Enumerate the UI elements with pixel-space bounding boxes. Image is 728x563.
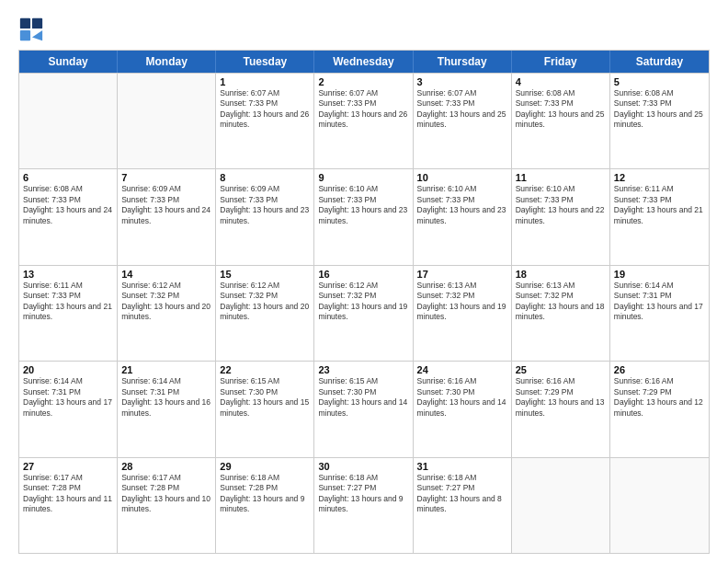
weekday-header-friday: Friday <box>512 51 610 73</box>
day-number: 4 <box>516 76 606 87</box>
day-cell-27: 27Sunrise: 6:17 AM Sunset: 7:28 PM Dayli… <box>19 458 118 553</box>
day-number: 23 <box>318 364 408 375</box>
day-cell-6: 6Sunrise: 6:08 AM Sunset: 7:33 PM Daylig… <box>19 169 118 264</box>
day-cell-22: 22Sunrise: 6:15 AM Sunset: 7:30 PM Dayli… <box>216 362 314 456</box>
day-number: 29 <box>220 461 310 472</box>
day-detail: Sunrise: 6:10 AM Sunset: 7:33 PM Dayligh… <box>417 184 507 226</box>
weekday-header-wednesday: Wednesday <box>314 51 413 73</box>
day-detail: Sunrise: 6:07 AM Sunset: 7:33 PM Dayligh… <box>220 88 310 131</box>
calendar-row-4: 27Sunrise: 6:17 AM Sunset: 7:28 PM Dayli… <box>19 457 709 553</box>
day-number: 21 <box>121 364 211 375</box>
day-number: 12 <box>614 172 705 183</box>
day-detail: Sunrise: 6:14 AM Sunset: 7:31 PM Dayligh… <box>23 376 113 419</box>
calendar-body: 1Sunrise: 6:07 AM Sunset: 7:33 PM Daylig… <box>19 73 709 553</box>
day-cell-19: 19Sunrise: 6:14 AM Sunset: 7:31 PM Dayli… <box>610 266 709 361</box>
day-cell-8: 8Sunrise: 6:09 AM Sunset: 7:33 PM Daylig… <box>216 169 314 264</box>
day-cell-empty <box>19 74 118 168</box>
day-detail: Sunrise: 6:17 AM Sunset: 7:28 PM Dayligh… <box>121 473 211 515</box>
calendar-header-row: SundayMondayTuesdayWednesdayThursdayFrid… <box>19 51 709 73</box>
day-number: 31 <box>417 461 507 472</box>
day-number: 15 <box>220 269 310 280</box>
day-cell-9: 9Sunrise: 6:10 AM Sunset: 7:33 PM Daylig… <box>314 169 413 264</box>
day-detail: Sunrise: 6:13 AM Sunset: 7:32 PM Dayligh… <box>417 281 507 323</box>
day-cell-25: 25Sunrise: 6:16 AM Sunset: 7:29 PM Dayli… <box>512 362 610 456</box>
day-cell-21: 21Sunrise: 6:14 AM Sunset: 7:31 PM Dayli… <box>118 362 216 456</box>
day-cell-16: 16Sunrise: 6:12 AM Sunset: 7:32 PM Dayli… <box>314 266 413 361</box>
day-number: 13 <box>23 269 113 280</box>
weekday-header-sunday: Sunday <box>19 51 118 73</box>
day-number: 30 <box>318 461 408 472</box>
logo-icon <box>18 17 44 42</box>
day-detail: Sunrise: 6:16 AM Sunset: 7:29 PM Dayligh… <box>516 376 606 419</box>
header <box>18 17 710 42</box>
day-detail: Sunrise: 6:12 AM Sunset: 7:32 PM Dayligh… <box>121 281 211 323</box>
day-cell-24: 24Sunrise: 6:16 AM Sunset: 7:30 PM Dayli… <box>414 362 512 456</box>
day-number: 8 <box>220 172 310 183</box>
day-cell-20: 20Sunrise: 6:14 AM Sunset: 7:31 PM Dayli… <box>19 362 118 456</box>
day-detail: Sunrise: 6:08 AM Sunset: 7:33 PM Dayligh… <box>614 88 705 131</box>
day-number: 24 <box>417 364 507 375</box>
calendar-row-1: 6Sunrise: 6:08 AM Sunset: 7:33 PM Daylig… <box>19 168 709 264</box>
logo <box>18 17 48 42</box>
svg-marker-3 <box>32 30 42 40</box>
day-detail: Sunrise: 6:16 AM Sunset: 7:30 PM Dayligh… <box>417 376 507 419</box>
weekday-header-saturday: Saturday <box>610 51 709 73</box>
day-number: 10 <box>417 172 507 183</box>
day-cell-28: 28Sunrise: 6:17 AM Sunset: 7:28 PM Dayli… <box>118 458 216 553</box>
day-cell-29: 29Sunrise: 6:18 AM Sunset: 7:28 PM Dayli… <box>216 458 314 553</box>
day-number: 7 <box>121 172 211 183</box>
day-detail: Sunrise: 6:08 AM Sunset: 7:33 PM Dayligh… <box>23 184 113 226</box>
day-detail: Sunrise: 6:14 AM Sunset: 7:31 PM Dayligh… <box>121 376 211 419</box>
day-detail: Sunrise: 6:18 AM Sunset: 7:27 PM Dayligh… <box>318 473 408 515</box>
day-detail: Sunrise: 6:17 AM Sunset: 7:28 PM Dayligh… <box>23 473 113 515</box>
day-cell-11: 11Sunrise: 6:10 AM Sunset: 7:33 PM Dayli… <box>512 169 610 264</box>
day-number: 25 <box>516 364 606 375</box>
weekday-header-monday: Monday <box>118 51 216 73</box>
day-number: 26 <box>614 364 705 375</box>
day-number: 9 <box>318 172 408 183</box>
day-cell-5: 5Sunrise: 6:08 AM Sunset: 7:33 PM Daylig… <box>610 74 709 168</box>
day-cell-empty <box>610 458 709 553</box>
day-cell-12: 12Sunrise: 6:11 AM Sunset: 7:33 PM Dayli… <box>610 169 709 264</box>
day-number: 22 <box>220 364 310 375</box>
day-cell-31: 31Sunrise: 6:18 AM Sunset: 7:27 PM Dayli… <box>414 458 512 553</box>
day-cell-empty <box>118 74 216 168</box>
calendar-row-0: 1Sunrise: 6:07 AM Sunset: 7:33 PM Daylig… <box>19 73 709 168</box>
day-detail: Sunrise: 6:16 AM Sunset: 7:29 PM Dayligh… <box>614 376 705 419</box>
day-cell-7: 7Sunrise: 6:09 AM Sunset: 7:33 PM Daylig… <box>118 169 216 264</box>
svg-rect-2 <box>20 30 30 40</box>
day-number: 2 <box>318 76 408 87</box>
day-detail: Sunrise: 6:14 AM Sunset: 7:31 PM Dayligh… <box>614 281 705 323</box>
day-detail: Sunrise: 6:07 AM Sunset: 7:33 PM Dayligh… <box>318 88 408 131</box>
day-number: 19 <box>614 269 705 280</box>
day-detail: Sunrise: 6:09 AM Sunset: 7:33 PM Dayligh… <box>121 184 211 226</box>
day-number: 3 <box>417 76 507 87</box>
calendar-page: SundayMondayTuesdayWednesdayThursdayFrid… <box>0 0 728 563</box>
day-number: 14 <box>121 269 211 280</box>
day-cell-2: 2Sunrise: 6:07 AM Sunset: 7:33 PM Daylig… <box>314 74 413 168</box>
weekday-header-thursday: Thursday <box>414 51 512 73</box>
day-number: 17 <box>417 269 507 280</box>
day-number: 5 <box>614 76 705 87</box>
day-cell-18: 18Sunrise: 6:13 AM Sunset: 7:32 PM Dayli… <box>512 266 610 361</box>
day-number: 28 <box>121 461 211 472</box>
day-number: 18 <box>516 269 606 280</box>
day-cell-15: 15Sunrise: 6:12 AM Sunset: 7:32 PM Dayli… <box>216 266 314 361</box>
svg-rect-1 <box>32 18 42 29</box>
day-detail: Sunrise: 6:18 AM Sunset: 7:28 PM Dayligh… <box>220 473 310 515</box>
day-detail: Sunrise: 6:09 AM Sunset: 7:33 PM Dayligh… <box>220 184 310 226</box>
day-detail: Sunrise: 6:13 AM Sunset: 7:32 PM Dayligh… <box>516 281 606 323</box>
day-cell-26: 26Sunrise: 6:16 AM Sunset: 7:29 PM Dayli… <box>610 362 709 456</box>
day-detail: Sunrise: 6:08 AM Sunset: 7:33 PM Dayligh… <box>516 88 606 131</box>
day-detail: Sunrise: 6:11 AM Sunset: 7:33 PM Dayligh… <box>614 184 705 226</box>
day-cell-13: 13Sunrise: 6:11 AM Sunset: 7:33 PM Dayli… <box>19 266 118 361</box>
day-detail: Sunrise: 6:07 AM Sunset: 7:33 PM Dayligh… <box>417 88 507 131</box>
day-number: 20 <box>23 364 113 375</box>
svg-rect-0 <box>20 18 30 29</box>
day-number: 16 <box>318 269 408 280</box>
day-cell-30: 30Sunrise: 6:18 AM Sunset: 7:27 PM Dayli… <box>314 458 413 553</box>
day-number: 11 <box>516 172 606 183</box>
day-detail: Sunrise: 6:18 AM Sunset: 7:27 PM Dayligh… <box>417 473 507 515</box>
day-cell-17: 17Sunrise: 6:13 AM Sunset: 7:32 PM Dayli… <box>414 266 512 361</box>
day-number: 27 <box>23 461 113 472</box>
